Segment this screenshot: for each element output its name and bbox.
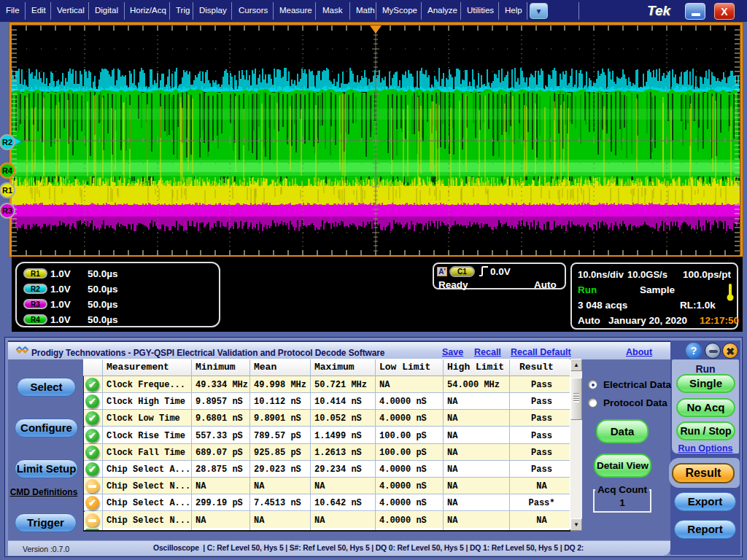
svg-text:R3: R3 [2,206,12,215]
svg-text:R2: R2 [2,138,12,147]
svg-text:R4: R4 [2,166,13,175]
svg-text:R1: R1 [2,186,12,195]
